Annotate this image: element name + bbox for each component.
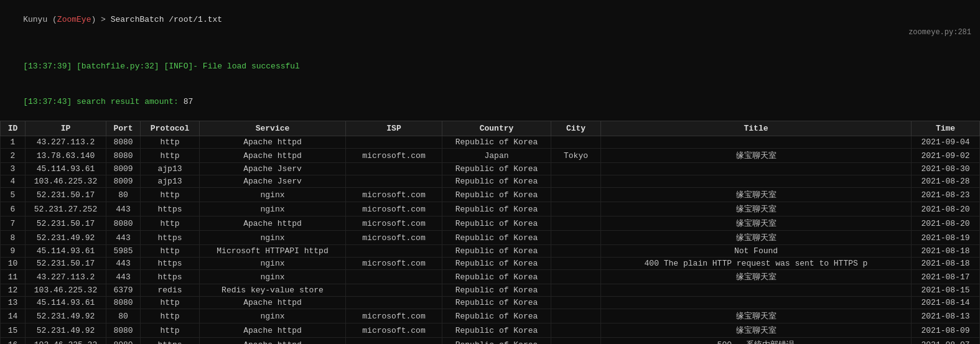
- table-cell: 5: [1, 188, 26, 202]
- table-cell: Republic of Korea: [442, 338, 551, 344]
- table-cell: 8: [1, 231, 26, 245]
- table-cell: Republic of Korea: [442, 136, 551, 149]
- table-cell: [601, 284, 912, 297]
- table-cell: [601, 136, 912, 149]
- table-cell: nginx: [200, 258, 346, 270]
- table-cell: http: [141, 136, 200, 149]
- table-cell: Apache httpd: [200, 216, 346, 231]
- table-cell: 14: [1, 309, 26, 323]
- table-cell: [551, 338, 601, 344]
- table-cell: 2: [1, 149, 26, 163]
- col-header-ip: IP: [26, 121, 106, 136]
- table-cell: 8009: [106, 163, 141, 175]
- table-row: 1452.231.49.9280httpnginxmicrosoft.comRe…: [1, 309, 980, 323]
- table-cell: 2021-08-19: [912, 231, 980, 245]
- table-cell: 12: [1, 284, 26, 297]
- table-cell: 52.231.49.92: [26, 323, 106, 338]
- table-cell: [551, 202, 601, 216]
- table-cell: 1: [1, 136, 26, 149]
- table-cell: Republic of Korea: [442, 175, 551, 188]
- table-cell: 13.78.63.140: [26, 149, 106, 163]
- table-cell: 缘宝聊天室: [601, 309, 912, 323]
- table-cell: 2021-09-04: [912, 136, 980, 149]
- table-cell: 2021-08-20: [912, 216, 980, 231]
- table-cell: [551, 309, 601, 323]
- table-cell: [551, 245, 601, 258]
- table-cell: [551, 188, 601, 202]
- table-cell: 103.46.225.32: [26, 338, 106, 344]
- table-cell: Apache httpd: [200, 297, 346, 309]
- table-cell: 8080: [106, 136, 141, 149]
- col-header-city: City: [551, 121, 601, 136]
- table-cell: Republic of Korea: [442, 309, 551, 323]
- table-cell: [346, 297, 442, 309]
- col-header-id: ID: [1, 121, 26, 136]
- table-cell: 8080: [106, 149, 141, 163]
- col-header-port: Port: [106, 121, 141, 136]
- table-cell: 16: [1, 338, 26, 344]
- table-cell: 500 - 系统内部错误: [601, 338, 912, 344]
- table-row: 652.231.27.252443httpsnginxmicrosoft.com…: [1, 202, 980, 216]
- table-cell: Republic of Korea: [442, 231, 551, 245]
- table-cell: 3: [1, 163, 26, 175]
- table-cell: Apache httpd: [200, 338, 346, 344]
- table-row: 752.231.50.178080httpApache httpdmicroso…: [1, 216, 980, 231]
- table-cell: [551, 258, 601, 270]
- table-cell: [346, 270, 442, 284]
- table-cell: Tokyo: [551, 149, 601, 163]
- table-cell: Republic of Korea: [442, 323, 551, 338]
- table-cell: http: [141, 216, 200, 231]
- table-cell: 52.231.50.17: [26, 216, 106, 231]
- table-cell: https: [141, 258, 200, 270]
- table-cell: 43.227.113.2: [26, 270, 106, 284]
- table-cell: http: [141, 149, 200, 163]
- table-row: 1143.227.113.2443httpsnginxRepublic of K…: [1, 270, 980, 284]
- file-ref: zoomeye.py:281: [908, 26, 976, 38]
- table-cell: Apache httpd: [200, 136, 346, 149]
- table-cell: [346, 175, 442, 188]
- table-cell: https: [141, 270, 200, 284]
- table-cell: 2021-09-02: [912, 149, 980, 163]
- prompt-kunyu: Kunyu (ZoomEye) > SearchBatch /root/1.tx…: [23, 15, 222, 24]
- table-cell: 52.231.27.252: [26, 202, 106, 216]
- table-cell: 443: [106, 270, 141, 284]
- table-cell: 13: [1, 297, 26, 309]
- table-cell: nginx: [200, 202, 346, 216]
- table-cell: 8080: [106, 338, 141, 344]
- table-cell: 缘宝聊天室: [601, 202, 912, 216]
- table-cell: redis: [141, 284, 200, 297]
- table-cell: 8009: [106, 175, 141, 188]
- table-cell: nginx: [200, 270, 346, 284]
- table-cell: 缘宝聊天室: [601, 216, 912, 231]
- table-cell: 7: [1, 216, 26, 231]
- prompt-line-1: Kunyu (ZoomEye) > SearchBatch /root/1.tx…: [0, 2, 980, 49]
- table-cell: [551, 323, 601, 338]
- table-cell: 2021-08-07: [912, 338, 980, 344]
- table-cell: https: [141, 202, 200, 216]
- table-cell: 5985: [106, 245, 141, 258]
- table-cell: [346, 245, 442, 258]
- table-cell: [346, 136, 442, 149]
- table-cell: [551, 136, 601, 149]
- table-row: 143.227.113.28080httpApache httpdRepubli…: [1, 136, 980, 149]
- table-cell: [346, 284, 442, 297]
- table-row: 213.78.63.1408080httpApache httpdmicroso…: [1, 149, 980, 163]
- table-cell: 缘宝聊天室: [601, 231, 912, 245]
- table-cell: 2021-08-15: [912, 284, 980, 297]
- table-cell: https: [141, 338, 200, 344]
- table-cell: Republic of Korea: [442, 258, 551, 270]
- table-cell: http: [141, 309, 200, 323]
- table-cell: 80: [106, 309, 141, 323]
- table-cell: 8080: [106, 216, 141, 231]
- table-cell: [601, 163, 912, 175]
- table-cell: nginx: [200, 309, 346, 323]
- table-cell: 52.231.50.17: [26, 188, 106, 202]
- table-cell: 缘宝聊天室: [601, 188, 912, 202]
- table-cell: 443: [106, 258, 141, 270]
- log-line-2: [13:37:43] search result amount: 87: [0, 85, 980, 120]
- table-row: 16103.46.225.328080httpsApache httpdRepu…: [1, 338, 980, 344]
- table-row: 12103.46.225.326379redisRedis key-value …: [1, 284, 980, 297]
- table-cell: 2021-08-18: [912, 245, 980, 258]
- table-cell: 缘宝聊天室: [601, 323, 912, 338]
- table-cell: 400 The plain HTTP request was sent to H…: [601, 258, 912, 270]
